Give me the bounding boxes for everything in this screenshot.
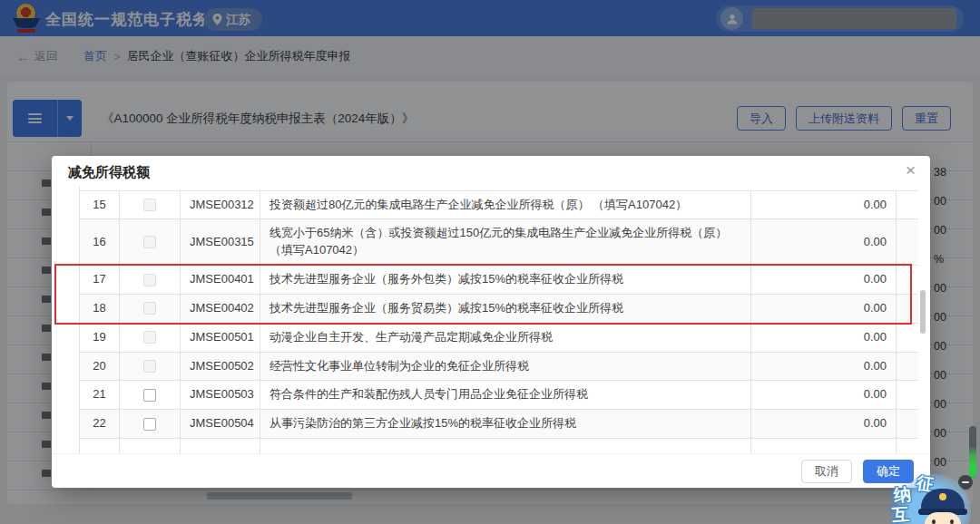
modal-footer: 取消 确定 [52,453,930,488]
row-value[interactable]: 0.00 [751,266,897,295]
row-value[interactable]: 0.00 [751,352,897,381]
table-row: 19 JMSE00501 动漫企业自主开发、生产动漫产品定期减免企业所得税 0.… [80,323,919,352]
row-extra-cell [897,381,919,410]
row-code: JMSE00504 [181,410,260,439]
row-extra-cell [897,323,919,352]
row-description: 投资额超过80亿元的集成电路生产企业减免企业所得税（原） （填写A107042） [260,190,751,219]
row-checkbox[interactable] [143,360,156,373]
row-value[interactable]: 0.00 [751,381,897,410]
row-extra-cell [897,294,919,323]
row-description: 从事污染防治的第三方企业减按15%的税率征收企业所得税 [260,410,751,439]
row-checkbox[interactable] [143,302,156,315]
row-description [260,439,751,453]
row-checkbox-cell [120,294,181,323]
row-description: 技术先进型服务企业（服务外包类）减按15%的税率征收企业所得税 [260,266,751,295]
row-checkbox-cell [120,410,181,439]
modal-title: 减免所得税额 [68,164,150,181]
mascot-hat-badge-icon [939,493,946,500]
row-number: 17 [80,266,120,295]
tax-assistant-mascot[interactable]: 征 纳 互 [885,467,980,524]
row-checkbox-cell [120,439,181,453]
row-number [80,439,120,453]
close-icon[interactable]: × [906,161,916,180]
row-number: 20 [80,352,120,381]
page: 全国统一规范电子税务局 江苏 ← 返回 首页 > 居民企业（查账征收）企业所得税… [0,0,980,524]
row-code: JMSE00503 [181,381,260,410]
table-row: 17 JMSE00401 技术先进型服务企业（服务外包类）减按15%的税率征收企… [80,266,919,295]
row-checkbox[interactable] [143,274,156,286]
row-number: 22 [80,410,120,439]
row-code: JMSE00402 [181,294,260,323]
row-description: 线宽小于65纳米（含）或投资额超过150亿元的集成电路生产企业减免企业所得税（原… [260,219,751,266]
row-extra-cell [897,352,919,381]
row-checkbox-cell [120,190,181,219]
row-checkbox[interactable] [143,199,156,211]
modal-scrollbar-thumb[interactable] [920,290,926,334]
row-checkbox-cell [120,352,181,381]
row-value[interactable]: 0.00 [751,410,897,439]
row-code: JMSE00502 [181,352,260,381]
partial-row [80,439,919,453]
row-extra-cell [897,410,919,439]
modal-table-body: 15 JMSE00312 投资额超过80亿元的集成电路生产企业减免企业所得税（原… [80,186,919,453]
modal: 减免所得税额 × 15 JMSE00312 投资额超过80亿元的集成电路生产企业… [52,156,930,488]
row-code: JMSE00312 [181,190,260,219]
row-checkbox-cell [120,219,181,266]
table-row: 22 JMSE00504 从事污染防治的第三方企业减按15%的税率征收企业所得税… [80,410,919,439]
row-checkbox-cell [120,323,181,352]
mascot-face [925,512,961,524]
row-description: 技术先进型服务企业（服务贸易类）减按15%的税率征收企业所得税 [260,294,751,323]
row-number: 21 [80,381,120,410]
mascot-eye [950,519,954,524]
row-description: 符合条件的生产和装配伤残人员专门用品企业免征企业所得税 [260,381,751,410]
row-checkbox[interactable] [143,236,156,248]
mascot-char: 互 [891,502,910,524]
row-code: JMSE00315 [181,219,260,266]
row-checkbox[interactable] [143,418,156,431]
table-row: 20 JMSE00502 经营性文化事业单位转制为企业的免征企业所得税 0.00 [80,352,919,381]
row-number: 15 [80,190,120,219]
table-row: 18 JMSE00402 技术先进型服务企业（服务贸易类）减按15%的税率征收企… [80,294,919,323]
row-value[interactable] [751,439,897,453]
row-description: 动漫企业自主开发、生产动漫产品定期减免企业所得税 [260,323,751,352]
row-value[interactable]: 0.00 [751,190,897,219]
modal-table: 15 JMSE00312 投资额超过80亿元的集成电路生产企业减免企业所得税（原… [79,186,918,453]
row-value[interactable]: 0.00 [751,219,897,266]
table-row: 16 JMSE00315 线宽小于65纳米（含）或投资额超过150亿元的集成电路… [80,219,919,266]
row-code: JMSE00501 [181,323,260,352]
cancel-button[interactable]: 取消 [801,460,852,483]
row-extra-cell [897,219,919,266]
row-value[interactable]: 0.00 [751,294,897,323]
row-code [181,439,260,453]
row-extra-cell [897,190,919,219]
row-number: 19 [80,323,120,352]
row-extra-cell [897,266,919,295]
table-row: 21 JMSE00503 符合条件的生产和装配伤残人员专门用品企业免征企业所得税… [80,381,919,410]
row-code: JMSE00401 [181,266,260,295]
row-checkbox[interactable] [143,331,156,344]
table-row: 15 JMSE00312 投资额超过80亿元的集成电路生产企业减免企业所得税（原… [80,190,919,219]
row-number: 18 [80,294,120,323]
row-checkbox-cell [120,381,181,410]
row-checkbox-cell [120,266,181,295]
row-checkbox[interactable] [143,389,156,402]
row-extra-cell [897,439,919,453]
row-value[interactable]: 0.00 [751,323,897,352]
row-number: 16 [80,219,120,266]
row-description: 经营性文化事业单位转制为企业的免征企业所得税 [260,352,751,381]
mascot-eye [932,519,936,524]
